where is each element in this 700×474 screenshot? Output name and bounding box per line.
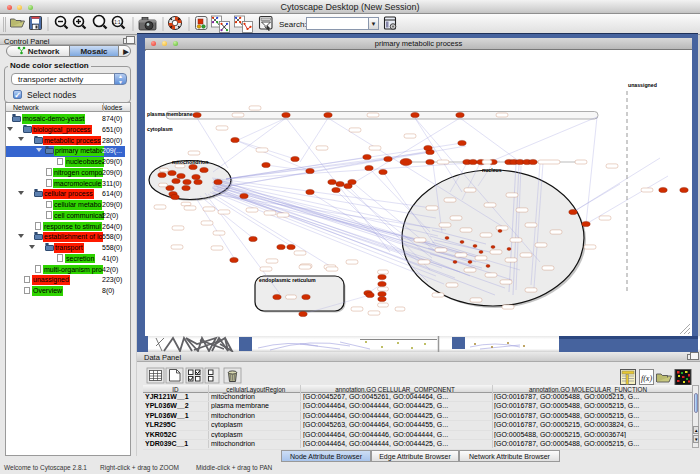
svg-text:nucleus: nucleus bbox=[482, 167, 502, 173]
svg-text:f(x): f(x) bbox=[641, 374, 652, 383]
svg-text:endoplasmic reticulum: endoplasmic reticulum bbox=[259, 277, 316, 283]
svg-text:1:1: 1:1 bbox=[114, 20, 121, 25]
svg-text:plasma membrane: plasma membrane bbox=[147, 111, 193, 117]
svg-text:unassigned: unassigned bbox=[628, 82, 657, 88]
svg-text:cytoplasm: cytoplasm bbox=[147, 126, 173, 132]
svg-text:Search:: Search: bbox=[279, 20, 307, 29]
